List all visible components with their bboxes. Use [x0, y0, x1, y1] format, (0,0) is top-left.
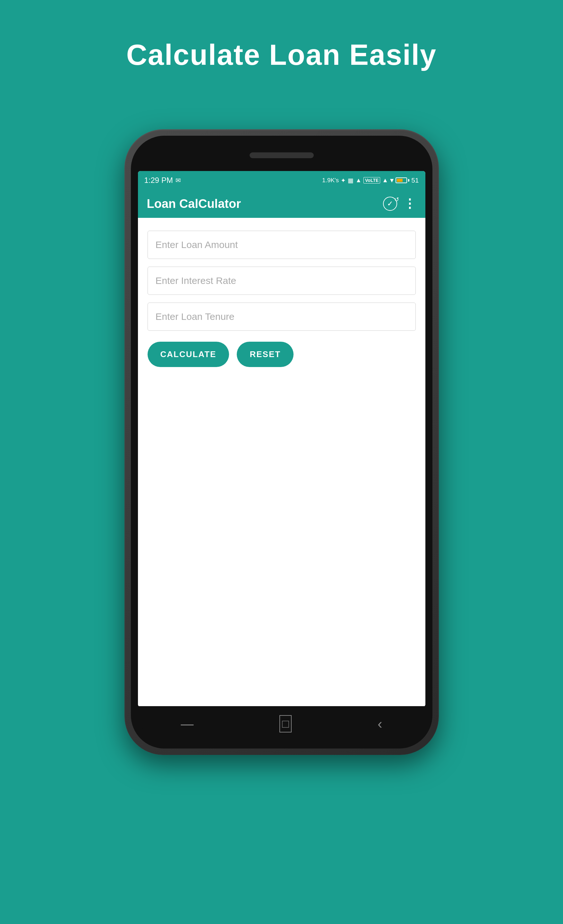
- network-text: 1.9K's: [322, 177, 339, 184]
- phone-screen-container: 1:29 PM ✉ 1.9K's ✦ ▦ ▲ VoLTE ▲ ▾: [131, 136, 433, 748]
- interest-rate-input[interactable]: [148, 267, 416, 295]
- nav-home-button[interactable]: □: [279, 715, 292, 732]
- history-arrow-icon: ↺: [394, 196, 399, 203]
- bluetooth-icon: ✦: [341, 177, 346, 184]
- calculate-button[interactable]: CALCULATE: [148, 342, 229, 367]
- loan-amount-input[interactable]: [148, 231, 416, 259]
- battery-indicator: [395, 177, 409, 183]
- app-bar: Loan CalCulator ✓ ↺ ⋮: [138, 190, 425, 218]
- more-options-button[interactable]: ⋮: [404, 196, 416, 211]
- message-icon: ✉: [175, 177, 181, 184]
- signal-icon: ▲: [355, 177, 362, 184]
- volte-badge: VoLTE: [364, 177, 380, 183]
- screen: 1:29 PM ✉ 1.9K's ✦ ▦ ▲ VoLTE ▲ ▾: [138, 171, 425, 707]
- app-bar-actions: ✓ ↺ ⋮: [383, 196, 416, 211]
- form-content: CALCULATE RESET: [138, 218, 425, 707]
- history-button[interactable]: ✓ ↺: [383, 196, 397, 211]
- action-buttons: CALCULATE RESET: [148, 342, 416, 367]
- time-text: 1:29 PM: [144, 176, 173, 185]
- page-title: Calculate Loan Easily: [126, 39, 437, 72]
- back-icon: —: [181, 717, 193, 731]
- app-title: Loan CalCulator: [147, 197, 241, 211]
- battery-level: 51: [411, 177, 419, 184]
- phone-mockup: 1:29 PM ✉ 1.9K's ✦ ▦ ▲ VoLTE ▲ ▾: [124, 129, 439, 755]
- status-time: 1:29 PM ✉: [144, 176, 181, 185]
- home-icon: □: [279, 715, 292, 732]
- nav-bar: — □ ‹: [138, 706, 425, 741]
- nav-back-button[interactable]: —: [181, 717, 193, 731]
- wifi-icon: ▾: [390, 176, 394, 184]
- status-right: 1.9K's ✦ ▦ ▲ VoLTE ▲ ▾ 51: [322, 176, 419, 184]
- recents-icon: ‹: [377, 716, 382, 732]
- status-bar: 1:29 PM ✉ 1.9K's ✦ ▦ ▲ VoLTE ▲ ▾: [138, 171, 425, 190]
- vibrate-icon: ▦: [348, 177, 353, 184]
- check-icon: ✓: [387, 200, 393, 208]
- signal-icon-2: ▲: [382, 177, 388, 184]
- phone-body: 1:29 PM ✉ 1.9K's ✦ ▦ ▲ VoLTE ▲ ▾: [124, 129, 439, 755]
- reset-button[interactable]: RESET: [237, 342, 293, 367]
- loan-tenure-input[interactable]: [148, 303, 416, 331]
- phone-speaker: [250, 152, 314, 158]
- nav-recents-button[interactable]: ‹: [377, 716, 382, 732]
